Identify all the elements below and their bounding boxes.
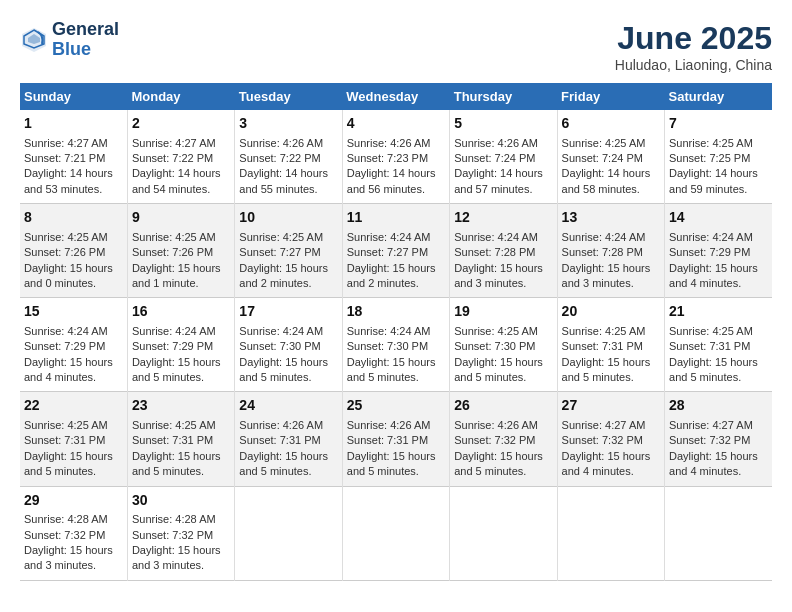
- calendar-cell: 17Sunrise: 4:24 AMSunset: 7:30 PMDayligh…: [235, 298, 342, 392]
- daylight-label: Daylight: 15 hours and 2 minutes.: [239, 262, 328, 289]
- sunset-label: Sunset: 7:24 PM: [562, 152, 643, 164]
- day-number: 13: [562, 208, 660, 228]
- daylight-label: Daylight: 15 hours and 5 minutes.: [132, 450, 221, 477]
- sunset-label: Sunset: 7:31 PM: [132, 434, 213, 446]
- sunrise-label: Sunrise: 4:27 AM: [132, 137, 216, 149]
- day-number: 21: [669, 302, 768, 322]
- calendar-cell: 15Sunrise: 4:24 AMSunset: 7:29 PMDayligh…: [20, 298, 127, 392]
- calendar-cell: 21Sunrise: 4:25 AMSunset: 7:31 PMDayligh…: [665, 298, 772, 392]
- sunset-label: Sunset: 7:27 PM: [239, 246, 320, 258]
- sunrise-label: Sunrise: 4:25 AM: [562, 137, 646, 149]
- day-number: 17: [239, 302, 337, 322]
- sunrise-label: Sunrise: 4:27 AM: [669, 419, 753, 431]
- sunset-label: Sunset: 7:27 PM: [347, 246, 428, 258]
- sunrise-label: Sunrise: 4:25 AM: [669, 325, 753, 337]
- daylight-label: Daylight: 15 hours and 5 minutes.: [239, 356, 328, 383]
- day-number: 15: [24, 302, 123, 322]
- sunrise-label: Sunrise: 4:26 AM: [347, 137, 431, 149]
- daylight-label: Daylight: 15 hours and 4 minutes.: [669, 450, 758, 477]
- day-number: 30: [132, 491, 230, 511]
- calendar-cell: 6Sunrise: 4:25 AMSunset: 7:24 PMDaylight…: [557, 110, 664, 204]
- logo-line2: Blue: [52, 40, 119, 60]
- day-number: 25: [347, 396, 445, 416]
- title-block: June 2025 Huludao, Liaoning, China: [615, 20, 772, 73]
- daylight-label: Daylight: 15 hours and 4 minutes.: [669, 262, 758, 289]
- daylight-label: Daylight: 14 hours and 57 minutes.: [454, 167, 543, 194]
- sunset-label: Sunset: 7:28 PM: [562, 246, 643, 258]
- day-number: 22: [24, 396, 123, 416]
- day-number: 19: [454, 302, 552, 322]
- day-number: 14: [669, 208, 768, 228]
- daylight-label: Daylight: 15 hours and 5 minutes.: [669, 356, 758, 383]
- calendar-cell: 7Sunrise: 4:25 AMSunset: 7:25 PMDaylight…: [665, 110, 772, 204]
- sunset-label: Sunset: 7:28 PM: [454, 246, 535, 258]
- sunset-label: Sunset: 7:29 PM: [24, 340, 105, 352]
- sunset-label: Sunset: 7:30 PM: [347, 340, 428, 352]
- daylight-label: Daylight: 15 hours and 5 minutes.: [347, 356, 436, 383]
- sunset-label: Sunset: 7:32 PM: [132, 529, 213, 541]
- daylight-label: Daylight: 15 hours and 3 minutes.: [562, 262, 651, 289]
- calendar-cell: [342, 486, 449, 580]
- daylight-label: Daylight: 15 hours and 5 minutes.: [132, 356, 221, 383]
- calendar-week-3: 15Sunrise: 4:24 AMSunset: 7:29 PMDayligh…: [20, 298, 772, 392]
- day-number: 26: [454, 396, 552, 416]
- calendar-week-1: 1Sunrise: 4:27 AMSunset: 7:21 PMDaylight…: [20, 110, 772, 204]
- col-thursday: Thursday: [450, 83, 557, 110]
- sunrise-label: Sunrise: 4:25 AM: [239, 231, 323, 243]
- day-number: 16: [132, 302, 230, 322]
- calendar-cell: 24Sunrise: 4:26 AMSunset: 7:31 PMDayligh…: [235, 392, 342, 486]
- day-number: 12: [454, 208, 552, 228]
- day-number: 20: [562, 302, 660, 322]
- sunrise-label: Sunrise: 4:24 AM: [347, 231, 431, 243]
- day-number: 7: [669, 114, 768, 134]
- sunset-label: Sunset: 7:31 PM: [239, 434, 320, 446]
- sunset-label: Sunset: 7:26 PM: [132, 246, 213, 258]
- sunset-label: Sunset: 7:32 PM: [562, 434, 643, 446]
- calendar-cell: 8Sunrise: 4:25 AMSunset: 7:26 PMDaylight…: [20, 204, 127, 298]
- sunrise-label: Sunrise: 4:25 AM: [132, 231, 216, 243]
- calendar-cell: 19Sunrise: 4:25 AMSunset: 7:30 PMDayligh…: [450, 298, 557, 392]
- day-number: 3: [239, 114, 337, 134]
- calendar-cell: 22Sunrise: 4:25 AMSunset: 7:31 PMDayligh…: [20, 392, 127, 486]
- sunrise-label: Sunrise: 4:25 AM: [24, 231, 108, 243]
- calendar-cell: 25Sunrise: 4:26 AMSunset: 7:31 PMDayligh…: [342, 392, 449, 486]
- col-wednesday: Wednesday: [342, 83, 449, 110]
- sunrise-label: Sunrise: 4:25 AM: [454, 325, 538, 337]
- calendar-cell: 29Sunrise: 4:28 AMSunset: 7:32 PMDayligh…: [20, 486, 127, 580]
- day-number: 1: [24, 114, 123, 134]
- day-number: 9: [132, 208, 230, 228]
- sunrise-label: Sunrise: 4:24 AM: [454, 231, 538, 243]
- daylight-label: Daylight: 14 hours and 59 minutes.: [669, 167, 758, 194]
- header-row: Sunday Monday Tuesday Wednesday Thursday…: [20, 83, 772, 110]
- sunrise-label: Sunrise: 4:24 AM: [347, 325, 431, 337]
- sunset-label: Sunset: 7:24 PM: [454, 152, 535, 164]
- daylight-label: Daylight: 14 hours and 58 minutes.: [562, 167, 651, 194]
- calendar-week-5: 29Sunrise: 4:28 AMSunset: 7:32 PMDayligh…: [20, 486, 772, 580]
- logo-icon: [20, 26, 48, 54]
- calendar-cell: [235, 486, 342, 580]
- daylight-label: Daylight: 15 hours and 5 minutes.: [239, 450, 328, 477]
- day-number: 10: [239, 208, 337, 228]
- sunrise-label: Sunrise: 4:26 AM: [454, 137, 538, 149]
- daylight-label: Daylight: 15 hours and 4 minutes.: [562, 450, 651, 477]
- sunset-label: Sunset: 7:31 PM: [347, 434, 428, 446]
- daylight-label: Daylight: 15 hours and 2 minutes.: [347, 262, 436, 289]
- calendar-cell: 28Sunrise: 4:27 AMSunset: 7:32 PMDayligh…: [665, 392, 772, 486]
- daylight-label: Daylight: 15 hours and 4 minutes.: [24, 356, 113, 383]
- calendar-cell: 12Sunrise: 4:24 AMSunset: 7:28 PMDayligh…: [450, 204, 557, 298]
- sunrise-label: Sunrise: 4:25 AM: [24, 419, 108, 431]
- sunrise-label: Sunrise: 4:26 AM: [239, 137, 323, 149]
- calendar-cell: 20Sunrise: 4:25 AMSunset: 7:31 PMDayligh…: [557, 298, 664, 392]
- sunrise-label: Sunrise: 4:28 AM: [24, 513, 108, 525]
- sunrise-label: Sunrise: 4:24 AM: [132, 325, 216, 337]
- sunrise-label: Sunrise: 4:25 AM: [132, 419, 216, 431]
- sunrise-label: Sunrise: 4:24 AM: [669, 231, 753, 243]
- daylight-label: Daylight: 15 hours and 5 minutes.: [347, 450, 436, 477]
- daylight-label: Daylight: 15 hours and 3 minutes.: [132, 544, 221, 571]
- day-number: 23: [132, 396, 230, 416]
- sunset-label: Sunset: 7:29 PM: [132, 340, 213, 352]
- calendar-cell: 5Sunrise: 4:26 AMSunset: 7:24 PMDaylight…: [450, 110, 557, 204]
- calendar-week-4: 22Sunrise: 4:25 AMSunset: 7:31 PMDayligh…: [20, 392, 772, 486]
- sunset-label: Sunset: 7:21 PM: [24, 152, 105, 164]
- calendar-cell: 4Sunrise: 4:26 AMSunset: 7:23 PMDaylight…: [342, 110, 449, 204]
